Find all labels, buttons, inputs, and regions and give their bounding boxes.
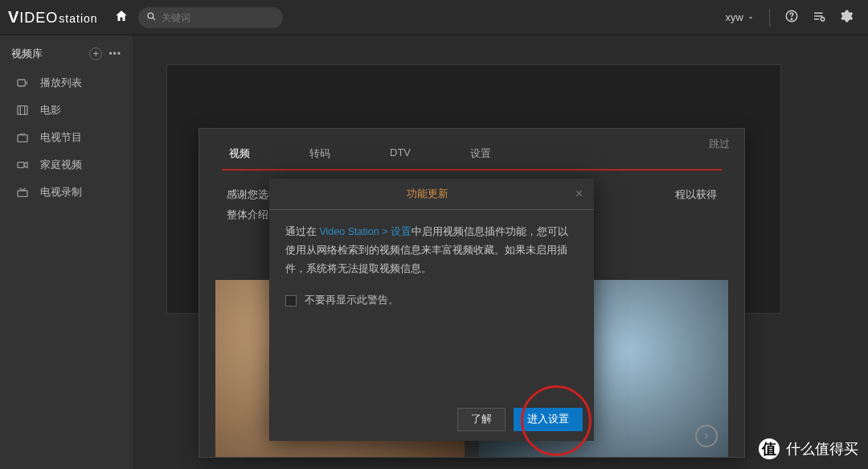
help-icon[interactable] [784,9,799,27]
svg-point-7 [821,17,825,21]
logo-v: V [8,8,19,27]
film-icon [16,104,31,117]
user-menu[interactable]: xyw [726,11,755,23]
more-icon[interactable]: ••• [108,48,121,60]
app-logo: V IDEO station [8,8,98,27]
wizard-tab-video[interactable]: 视频 [199,140,280,167]
watermark: 值 什么值得买 [759,438,858,459]
separator [769,9,770,27]
svg-marker-15 [24,163,27,168]
main-area: 跳过 视频 转码 DTV 设置 感谢您选择 程以获得 整体介绍， [133,35,868,469]
wizard-tab-transcode[interactable]: 转码 [280,140,360,167]
sidebar-item-movie[interactable]: 电影 [0,97,133,124]
svg-line-1 [153,18,155,20]
modal-title: 功能更新 [280,187,575,201]
close-icon[interactable]: × [575,187,583,201]
svg-point-0 [148,13,154,19]
sidebar-item-homevideo[interactable]: 家庭视频 [0,151,133,179]
sidebar-item-label: 电视录制 [40,185,82,200]
camcorder-icon [16,158,31,171]
add-library-icon[interactable]: + [89,47,102,60]
sidebar-item-label: 电视节目 [40,130,82,145]
sidebar-item-tvshow[interactable]: 电视节目 [0,124,133,151]
sidebar-item-recording[interactable]: 电视录制 [0,179,133,206]
sidebar-header: 视频库 + ••• [0,43,133,69]
modal-header: 功能更新 × [269,179,594,209]
update-modal: 功能更新 × 通过在 Video Station > 设置中启用视频信息插件功能… [269,179,594,441]
svg-rect-16 [18,191,27,196]
next-arrow-button[interactable] [695,425,718,447]
svg-rect-14 [18,163,24,168]
top-bar: V IDEO station xyw [0,0,868,35]
modal-settings-link[interactable]: Video Station > 设置 [319,226,411,237]
antenna-tv-icon [16,186,31,199]
modal-checkbox-row: 不要再显示此警告。 [285,291,578,310]
user-name: xyw [726,11,743,23]
logo-right: station [59,12,97,25]
playlist-icon [16,76,31,89]
sidebar-item-label: 播放列表 [40,76,82,90]
watermark-badge: 值 [759,438,780,459]
search-box[interactable] [138,7,283,28]
logo-mid: IDEO [19,10,58,27]
dont-show-checkbox[interactable] [285,295,297,306]
search-input[interactable] [162,12,258,23]
wizard-tabs: 视频 转码 DTV 设置 [199,129,744,167]
sidebar-item-label: 家庭视频 [40,158,82,172]
sidebar: 视频库 + ••• 播放列表 电影 电视节目 家庭视频 电视录制 [0,35,133,469]
svg-rect-13 [18,135,27,142]
queue-icon[interactable] [812,9,826,27]
wizard-tab-dtv[interactable]: DTV [360,140,440,167]
sidebar-title: 视频库 [11,47,43,61]
search-icon [146,10,157,25]
checkbox-label: 不要再显示此警告。 [305,291,399,310]
home-icon[interactable] [114,9,129,27]
svg-rect-8 [18,80,25,86]
sidebar-item-playlist[interactable]: 播放列表 [0,69,133,97]
sidebar-item-label: 电影 [40,103,61,117]
svg-rect-10 [18,106,27,115]
settings-icon[interactable] [839,9,854,27]
acknowledge-button[interactable]: 了解 [457,408,506,431]
skip-button[interactable]: 跳过 [709,137,730,151]
tv-icon [16,131,31,144]
modal-body: 通过在 Video Station > 设置中启用视频信息插件功能，您可以使用从… [269,210,594,323]
modal-text-pre: 通过在 [285,226,319,237]
wizard-tab-settings[interactable]: 设置 [440,140,521,167]
wizard-text-1b: 程以获得 [675,185,717,205]
svg-point-3 [791,19,792,20]
go-settings-button[interactable]: 进入设置 [514,408,583,431]
modal-footer: 了解 进入设置 [457,408,583,431]
watermark-text: 什么值得买 [786,439,858,459]
